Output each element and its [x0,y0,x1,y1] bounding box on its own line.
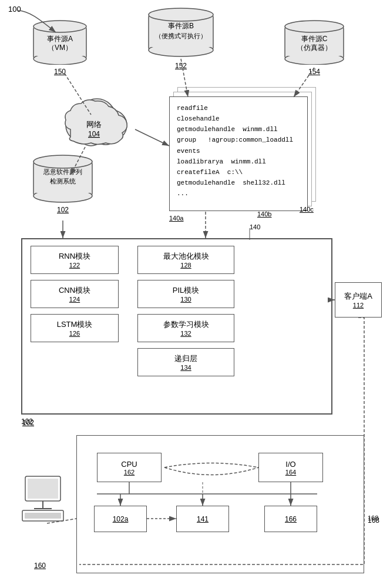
maxpool-module-label: 最大池化模块 [163,251,209,262]
client-label: 客户端A [344,291,372,302]
box-166: 166 [264,506,317,532]
stack-label-b: 140b [257,211,271,218]
pil-module-box: PIL模块 130 [137,280,234,308]
svg-point-19 [33,155,92,168]
pil-ref: 130 [180,296,191,303]
recurse-ref: 134 [180,364,191,371]
label-100: 100 [8,5,21,14]
cylinder-system-svg: 恶意软件序列 检测系统 [31,153,95,203]
param-module-label: 参数学习模块 [163,319,209,330]
maxpool-ref: 128 [180,262,191,269]
diagram-container: 100 事件源A （VM） 150 [0,0,390,588]
rnn-module-label: RNN模块 [59,251,90,262]
computer-icon [16,470,69,531]
cpu-box: CPU 162 [97,453,162,482]
malware-system-cylinder: 恶意软件序列 检测系统 102 [31,153,95,214]
svg-text:事件源B: 事件源B [168,22,194,30]
io-box: I/O 164 [258,453,323,482]
svg-text:104: 104 [88,130,100,138]
param-ref: 132 [180,330,191,337]
rnn-ref: 122 [69,262,80,269]
svg-text:事件源C: 事件源C [301,35,328,43]
svg-point-7 [149,8,213,21]
stack-label-a: 140a [169,215,183,222]
cloud-svg: 网络 104 [53,87,135,152]
cylinder-b-svg: 事件源B （便携式可执行） [146,6,216,59]
svg-text:（便携式可执行）: （便携式可执行） [155,32,207,39]
event-source-c: 事件源C （仿真器） 154 [282,18,347,76]
param-module-box: 参数学习模块 132 [137,314,234,342]
cnn-module-label: CNN模块 [59,285,90,296]
svg-point-1 [33,21,86,32]
stack-label-main: 140 [250,223,260,230]
ref-160: 160 [34,562,46,570]
svg-text:网络: 网络 [86,120,102,129]
io-ref: 164 [285,469,296,476]
event-source-c-ref: 154 [308,68,320,76]
box-141-label: 141 [197,515,209,523]
event-source-b-ref: 152 [175,62,187,70]
box-102a: 102a [94,506,147,532]
system-ref-bottom: 102 [22,419,34,427]
svg-rect-37 [25,513,61,519]
lstm-module-label: LSTM模块 [57,319,93,330]
cnn-module-box: CNN模块 124 [31,280,119,308]
svg-text:事件源A: 事件源A [47,35,73,43]
box-102a-label: 102a [113,515,129,523]
box-166-label: 166 [285,515,297,523]
malware-system-ref: 102 [57,206,69,214]
stack-label-c: 140c [300,206,314,213]
svg-text:恶意软件序列: 恶意软件序列 [43,168,82,175]
svg-text:（VM）: （VM） [48,44,72,52]
client-a-box: 客户端A 112 [335,282,382,318]
io-label: I/O [285,460,295,469]
maxpool-module-box: 最大池化模块 128 [137,246,234,274]
recurse-module-label: 递归层 [174,353,197,364]
computer-svg [16,470,69,529]
code-page-a: readfile closehandle getmodulehandle win… [169,96,308,211]
rnn-module-box: RNN模块 122 [31,246,119,274]
ref-168: 168 [368,516,379,524]
lstm-ref: 126 [69,330,80,337]
lstm-module-box: LSTM模块 126 [31,314,119,342]
svg-rect-33 [28,479,58,499]
event-source-b: 事件源B （便携式可执行） 152 [146,6,216,70]
svg-text:检测系统: 检测系统 [50,178,76,185]
box-141: 141 [176,506,229,532]
svg-point-13 [285,21,344,32]
pil-module-label: PIL模块 [173,285,200,296]
cylinder-a-svg: 事件源A （VM） [31,18,89,65]
event-source-a-ref: 150 [54,68,66,76]
recurse-module-box: 递归层 134 [137,348,234,376]
cpu-label: CPU [121,460,137,469]
cpu-ref: 162 [124,469,135,476]
svg-text:（仿真器）: （仿真器） [297,44,332,52]
network-cloud: 网络 104 [53,87,135,153]
event-source-a: 事件源A （VM） 150 [31,18,89,76]
cnn-ref: 124 [69,296,80,303]
client-ref: 112 [353,302,364,309]
cylinder-c-svg: 事件源C （仿真器） [282,18,347,65]
